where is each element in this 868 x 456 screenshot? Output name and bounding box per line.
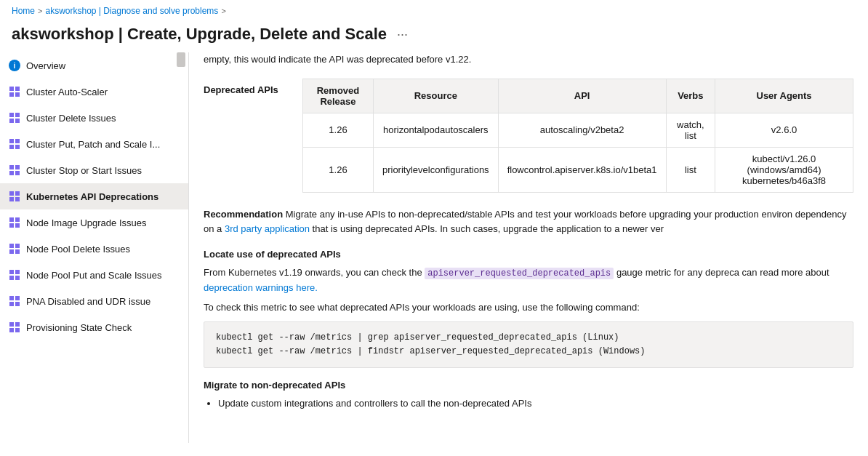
overview-icon: i (9, 60, 20, 71)
locate-text: From Kubernetes v1.19 onwards, you can c… (204, 265, 853, 296)
table-header-user-agents: User Agents (715, 79, 853, 113)
sidebar-item-pna-disabled[interactable]: PNA Disabled and UDR issue (0, 288, 188, 314)
svg-rect-17 (15, 191, 20, 196)
table-header-verbs: Verbs (666, 79, 715, 113)
locate-heading: Locate use of deprecated APIs (204, 249, 853, 260)
svg-rect-7 (15, 119, 20, 123)
recommendation-label: Recommendation (204, 209, 283, 220)
breadcrumb-home[interactable]: Home (12, 6, 35, 16)
pna-disabled-icon (9, 295, 20, 307)
cell-user-agents: v2.6.0 (715, 113, 853, 147)
migrate-heading: Migrate to non-deprecated APIs (204, 380, 853, 391)
api-table: Removed Release Resource API Verbs User … (302, 79, 853, 193)
locate-inline-code: apiserver_requested_deprecated_apis (425, 268, 614, 279)
svg-rect-20 (9, 217, 14, 222)
sidebar-item-label: Node Pool Put and Scale Issues (26, 270, 161, 281)
svg-rect-16 (9, 191, 14, 196)
svg-rect-22 (9, 223, 14, 228)
svg-rect-32 (9, 296, 14, 300)
svg-rect-31 (15, 276, 20, 280)
breadcrumb-sep1: > (38, 7, 42, 15)
sidebar-item-label: Cluster Put, Patch and Scale I... (26, 139, 160, 150)
table-row: 1.26 horizontalpodautoscalers autoscalin… (303, 113, 853, 147)
svg-rect-13 (15, 165, 20, 169)
recommendation-section: Recommendation Migrate any in-use APIs t… (204, 207, 853, 238)
svg-rect-39 (15, 328, 20, 332)
sidebar-item-label: Kubernetes API Deprecations (26, 191, 158, 202)
svg-rect-36 (9, 322, 14, 327)
sidebar-item-cluster-auto-scaler[interactable]: Cluster Auto-Scaler (0, 79, 188, 105)
recommendation-text: Migrate any in-use APIs to non-deprecate… (204, 209, 847, 235)
sidebar-item-cluster-stop-start[interactable]: Cluster Stop or Start Issues (0, 157, 188, 183)
sidebar-item-label: Cluster Auto-Scaler (26, 87, 108, 97)
sidebar-item-node-image-upgrade[interactable]: Node Image Upgrade Issues (0, 209, 188, 236)
sidebar-item-label: Node Image Upgrade Issues (26, 217, 146, 228)
node-pool-delete-icon (9, 243, 20, 255)
cell-removed-release: 1.26 (303, 147, 374, 192)
svg-rect-26 (9, 249, 14, 254)
ellipsis-button[interactable]: ··· (393, 25, 412, 44)
cell-removed-release: 1.26 (303, 113, 374, 147)
svg-rect-35 (15, 302, 20, 306)
sidebar-item-node-pool-delete[interactable]: Node Pool Delete Issues (0, 236, 188, 262)
table-row: 1.26 prioritylevelconfigurations flowcon… (303, 147, 853, 192)
svg-rect-23 (15, 223, 20, 228)
svg-rect-1 (15, 87, 20, 91)
svg-rect-14 (9, 171, 14, 175)
svg-rect-19 (15, 197, 20, 201)
cell-api: autoscaling/v2beta2 (498, 113, 666, 147)
cluster-delete-icon (9, 112, 20, 124)
locate-text-2: gauge metric for any depreca can read mo… (616, 267, 829, 278)
main-container: i Overview Cluster Auto-Scaler (0, 52, 868, 443)
svg-rect-12 (9, 165, 14, 169)
sidebar-item-label: Node Pool Delete Issues (26, 244, 130, 255)
kubernetes-api-icon (9, 191, 20, 202)
table-header-api: API (498, 79, 666, 113)
node-image-upgrade-icon (9, 217, 20, 228)
cell-resource: horizontalpodautoscalers (373, 113, 498, 147)
svg-rect-9 (15, 139, 20, 143)
svg-rect-4 (9, 113, 14, 117)
svg-rect-25 (15, 244, 20, 248)
check-metric-text: To check this metric to see what depreca… (204, 300, 853, 316)
breadcrumb: Home > aksworkshop | Diagnose and solve … (0, 0, 868, 22)
svg-rect-38 (9, 328, 14, 332)
breadcrumb-parent[interactable]: aksworkshop | Diagnose and solve problem… (45, 6, 218, 16)
sidebar-item-node-pool-put-scale[interactable]: Node Pool Put and Scale Issues (0, 262, 188, 288)
svg-rect-15 (15, 171, 20, 175)
deprecated-apis-section: Deprecated APIs Removed Release Resource… (204, 79, 853, 193)
page-title: aksworkshop | Create, Upgrade, Delete an… (12, 25, 387, 44)
svg-rect-8 (9, 139, 14, 143)
deprecated-apis-label: Deprecated APIs (204, 79, 291, 193)
content-area: empty, this would indicate the API was d… (189, 52, 868, 443)
svg-rect-33 (15, 296, 20, 300)
svg-rect-5 (15, 113, 20, 117)
cluster-auto-scaler-icon (9, 86, 20, 97)
sidebar-item-label: Cluster Stop or Start Issues (26, 165, 142, 176)
sidebar-item-cluster-put-patch[interactable]: Cluster Put, Patch and Scale I... (0, 131, 188, 157)
sidebar-item-overview[interactable]: i Overview (0, 52, 188, 79)
sidebar-item-provisioning-state[interactable]: Provisioning State Check (0, 314, 188, 340)
sidebar-item-cluster-delete[interactable]: Cluster Delete Issues (0, 105, 188, 131)
svg-rect-24 (9, 244, 14, 248)
cell-api: flowcontrol.apiserver.k8s.io/v1beta1 (498, 147, 666, 192)
locate-text-1: From Kubernetes v1.19 onwards, you can c… (204, 267, 422, 278)
breadcrumb-sep2: > (221, 7, 225, 15)
deprecation-warnings-link[interactable]: deprecation warnings here. (204, 282, 318, 293)
svg-rect-0 (9, 87, 14, 91)
svg-rect-27 (15, 249, 20, 254)
cell-verbs: list (666, 147, 715, 192)
third-party-link[interactable]: 3rd party application (225, 223, 310, 234)
svg-rect-2 (9, 92, 14, 97)
svg-rect-21 (15, 217, 20, 222)
migrate-list-item: Update custom integrations and controlle… (218, 396, 853, 412)
sidebar-item-label: Overview (26, 60, 65, 71)
cluster-stop-start-icon (9, 164, 20, 176)
sidebar-item-kubernetes-api[interactable]: Kubernetes API Deprecations (0, 183, 188, 209)
table-header-resource: Resource (373, 79, 498, 113)
svg-rect-6 (9, 119, 14, 123)
svg-rect-11 (15, 145, 20, 149)
svg-rect-3 (15, 92, 20, 97)
node-pool-put-scale-icon (9, 269, 20, 281)
svg-rect-34 (9, 302, 14, 306)
